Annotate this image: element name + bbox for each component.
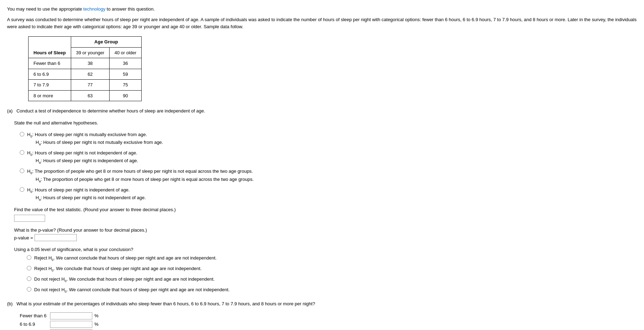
part-b-unit-1: % <box>94 312 99 319</box>
conclusion-options: Reject H0. We cannot conclude that hours… <box>14 255 637 294</box>
test-stat-input[interactable] <box>14 215 45 222</box>
hypothesis-radio-3[interactable] <box>20 169 24 173</box>
radio-option-3[interactable]: H0: The proportion of people who get 8 o… <box>20 168 637 183</box>
part-a-label: (a) Conduct a test of independence to de… <box>7 108 205 114</box>
table-row-label: Fewer than 6 <box>29 58 71 69</box>
ha-text-1: Ha: Hours of sleep per night is not mutu… <box>36 139 163 147</box>
table-row-header-label: Hours of Sleep <box>29 37 71 58</box>
pvalue-input[interactable] <box>35 234 77 241</box>
table-row: 8 or more 63 90 <box>29 90 142 101</box>
table-row-label: 8 or more <box>29 90 71 101</box>
table-row: 7 to 7.9 77 75 <box>29 80 142 91</box>
part-b-row-1: Fewer than 6 % <box>20 312 637 319</box>
table-row: Fewer than 6 38 36 <box>29 58 142 69</box>
part-b-unit-2: % <box>94 321 99 328</box>
conclusion-radio-option-3[interactable]: Do not reject H0. We conclude that hours… <box>27 276 637 283</box>
hypothesis-option-1: H0: Hours of sleep per night is mutually… <box>20 131 637 147</box>
part-a: (a) Conduct a test of independence to de… <box>7 108 637 115</box>
hypothesis-text-2: H0: Hours of sleep per night is not inde… <box>27 149 138 165</box>
table-col1-header: 39 or younger <box>71 47 109 58</box>
test-stat-instruction: Find the value of the test statistic. (R… <box>14 206 637 213</box>
ha-text-2: Ha: Hours of sleep per night is independ… <box>36 157 138 165</box>
test-stat-section: Find the value of the test statistic. (R… <box>14 206 637 222</box>
table-cell-col2: 75 <box>109 80 141 91</box>
h0-text-3: H0: The proportion of people who get 8 o… <box>27 169 253 174</box>
hypothesis-text-3: H0: The proportion of people who get 8 o… <box>27 168 254 183</box>
part-b-rows: Fewer than 6 % 6 to 6.9 % 7 to 7.9 % 8 o… <box>7 312 637 330</box>
part-b-label-1: Fewer than 6 <box>20 312 48 319</box>
data-table-wrapper: Hours of Sleep Age Group 39 or younger 4… <box>28 36 637 101</box>
hypothesis-radio-2[interactable] <box>20 150 24 155</box>
ha-text-4: Ha: Hours of sleep per night is not inde… <box>36 194 146 202</box>
conclusion-text-2: Reject H0. We conclude that hours of sle… <box>34 265 202 273</box>
conclusion-radio-1[interactable] <box>27 255 31 260</box>
part-b-input-1[interactable] <box>50 312 92 319</box>
table-cell-col1: 38 <box>71 58 109 69</box>
conclusion-text-1: Reject H0. We cannot conclude that hours… <box>34 255 217 262</box>
hypothesis-option-3: H0: The proportion of people who get 8 o… <box>20 168 637 183</box>
technology-link[interactable]: technology <box>83 6 105 12</box>
conclusion-radio-2[interactable] <box>27 266 31 270</box>
part-b-label-letter: (b) <box>7 301 13 306</box>
h0-text-4: H0: Hours of sleep per night is independ… <box>27 187 130 192</box>
part-a-instruction: Conduct a test of independence to determ… <box>17 108 205 114</box>
conclusion-radio-3[interactable] <box>27 276 31 281</box>
conclusion-option-1: Reject H0. We cannot conclude that hours… <box>27 255 637 262</box>
table-row-label: 7 to 7.9 <box>29 80 71 91</box>
part-a-letter: (a) <box>7 108 13 114</box>
table-col2-header: 40 or older <box>109 47 141 58</box>
radio-option-2[interactable]: H0: Hours of sleep per night is not inde… <box>20 149 637 165</box>
conclusion-radio-4[interactable] <box>27 287 31 292</box>
table-cell-col2: 36 <box>109 58 141 69</box>
h0-text-2: H0: Hours of sleep per night is not inde… <box>27 150 137 155</box>
intro-note: You may need to use the appropriate tech… <box>7 6 637 13</box>
table-age-group-header: Age Group <box>71 37 141 48</box>
conclusion-text-3: Do not reject H0. We conclude that hours… <box>34 276 215 283</box>
part-b: (b) What is your estimate of the percent… <box>7 300 637 307</box>
conclusion-option-3: Do not reject H0. We conclude that hours… <box>27 276 637 283</box>
table-row-label: 6 to 6.9 <box>29 69 71 80</box>
table-row: 6 to 6.9 62 59 <box>29 69 142 80</box>
state-hyp-section: State the null and alternative hypothese… <box>14 120 637 127</box>
pvalue-instruction: What is the p-value? (Round your answer … <box>14 227 637 234</box>
pvalue-label: p-value = <box>14 234 33 242</box>
survey-description: A survey was conducted to determine whet… <box>7 16 637 31</box>
pvalue-row: p-value = <box>14 234 637 241</box>
conclusion-section: Using a 0.05 level of significance, what… <box>14 246 637 294</box>
conclusion-option-2: Reject H0. We conclude that hours of sle… <box>27 265 637 273</box>
conclusion-radio-option-2[interactable]: Reject H0. We conclude that hours of sle… <box>27 265 637 273</box>
conclusion-option-4: Do not reject H0. We cannot conclude tha… <box>27 286 637 294</box>
part-b-instruction: What is your estimate of the percentages… <box>17 301 315 306</box>
hypothesis-text-4: H0: Hours of sleep per night is independ… <box>27 187 146 202</box>
state-hyp-label: State the null and alternative hypothese… <box>14 120 637 127</box>
radio-option-1[interactable]: H0: Hours of sleep per night is mutually… <box>20 131 637 147</box>
part-b-row-2: 6 to 6.9 % <box>20 321 637 328</box>
conclusion-instruction: Using a 0.05 level of significance, what… <box>14 246 637 253</box>
hypothesis-text-1: H0: Hours of sleep per night is mutually… <box>27 131 163 147</box>
radio-option-4[interactable]: H0: Hours of sleep per night is independ… <box>20 187 637 202</box>
hypothesis-option-2: H0: Hours of sleep per night is not inde… <box>20 149 637 165</box>
table-cell-col1: 63 <box>71 90 109 101</box>
conclusion-radio-option-4[interactable]: Do not reject H0. We cannot conclude tha… <box>27 286 637 294</box>
hypothesis-radio-4[interactable] <box>20 187 24 192</box>
conclusion-text-4: Do not reject H0. We cannot conclude tha… <box>34 286 230 294</box>
pvalue-section: What is the p-value? (Round your answer … <box>14 227 637 242</box>
table-cell-col1: 77 <box>71 80 109 91</box>
hypothesis-radio-1[interactable] <box>20 132 24 136</box>
h0-text-1: H0: Hours of sleep per night is mutually… <box>27 132 147 137</box>
ha-text-3: Ha: The proportion of people who get 8 o… <box>36 176 254 184</box>
conclusion-radio-option-1[interactable]: Reject H0. We cannot conclude that hours… <box>27 255 637 262</box>
table-cell-col2: 59 <box>109 69 141 80</box>
table-cell-col1: 62 <box>71 69 109 80</box>
part-b-label-2: 6 to 6.9 <box>20 321 48 328</box>
hypothesis-options: H0: Hours of sleep per night is mutually… <box>7 131 637 202</box>
part-b-input-2[interactable] <box>50 321 92 328</box>
table-cell-col2: 90 <box>109 90 141 101</box>
data-table: Hours of Sleep Age Group 39 or younger 4… <box>28 36 142 101</box>
hypothesis-option-4: H0: Hours of sleep per night is independ… <box>20 187 637 202</box>
